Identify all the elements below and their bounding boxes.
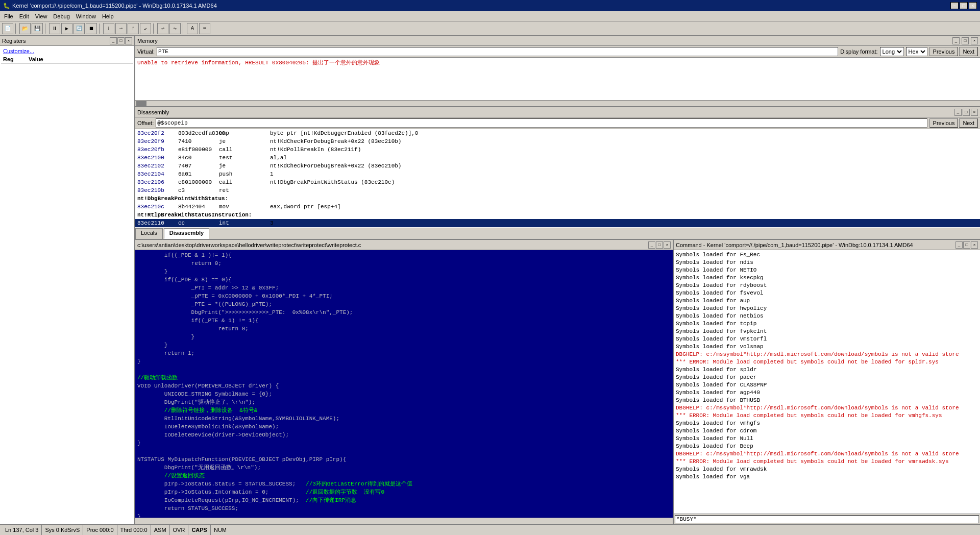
memory-hscroll[interactable] (135, 101, 980, 106)
source-line[interactable]: return 0; (137, 325, 671, 333)
toolbar-stop[interactable]: ⏹ (86, 23, 97, 34)
source-line[interactable]: } (137, 439, 671, 447)
memory-format-select-2[interactable]: Hex (906, 47, 927, 56)
toolbar-step-over[interactable]: → (115, 23, 127, 34)
command-line: Symbols loaded for rdyboost (676, 282, 978, 289)
source-line[interactable]: } (137, 513, 671, 518)
disasm-line[interactable]: 83ec21027407jent!KdCheckForDebugBreak+0x… (135, 162, 980, 170)
source-line[interactable] (137, 366, 671, 374)
disasm-prev-button[interactable]: Previous (929, 118, 959, 128)
toolbar-new[interactable]: 📄 (2, 23, 13, 34)
source-line[interactable]: IoCompleteRequest(pIrp,IO_NO_INCREMENT);… (137, 496, 671, 504)
tab-locals[interactable]: Locals (135, 228, 163, 239)
source-line[interactable]: UNICODE_STRING SymbolName = {0}; (137, 390, 671, 398)
source-line[interactable]: _PTE = *((PULONG)_pPTE); (137, 300, 671, 308)
source-line[interactable]: NTSTATUS MyDispatchFunction(PDEVICE_OBJE… (137, 455, 671, 464)
memory-virtual-input[interactable] (157, 47, 838, 56)
memory-format-select-1[interactable]: Long (880, 47, 904, 56)
toolbar-forward[interactable]: ↪ (169, 23, 181, 34)
command-close[interactable]: × (971, 241, 978, 249)
toolbar-font[interactable]: A (187, 23, 198, 34)
disasm-offset-input[interactable] (156, 118, 927, 128)
source-line[interactable]: _PTI = addr >> 12 & 0x3FF; (137, 284, 671, 292)
menu-edit[interactable]: Edit (16, 12, 32, 20)
source-line[interactable] (137, 447, 671, 455)
source-minimize[interactable]: _ (648, 241, 655, 249)
source-line[interactable]: //驱动卸载函数 (137, 374, 671, 382)
source-line[interactable]: } (137, 357, 671, 366)
source-line[interactable]: IoDeleteDevice(driver->DeviceObject); (137, 431, 671, 439)
menu-help[interactable]: Help (99, 12, 117, 20)
source-line[interactable]: DbgPrint("无用返回函数。\r\n"); (137, 464, 671, 472)
toolbar-restart[interactable]: 🔄 (74, 23, 85, 34)
disasm-line[interactable]: nt!DbgBreakPointWithStatus: (135, 194, 980, 203)
source-line[interactable]: pIrp->IoStatus.Intormation = 0; //返回数据的字… (137, 488, 671, 496)
toolbar-run-to-cursor[interactable]: ↙ (140, 23, 151, 34)
disasm-line[interactable]: 83ec210bc3ret (135, 186, 980, 194)
menu-file[interactable]: File (1, 12, 16, 20)
registers-minimize[interactable]: _ (110, 37, 117, 44)
source-line[interactable]: } (137, 341, 671, 349)
source-line[interactable]: if((_PDE & 8) == 0){ (137, 276, 671, 284)
disasm-maximize[interactable]: □ (963, 109, 970, 116)
disasm-line[interactable]: 83ec20fbe81f000000callnt!KdPollBreakIn (… (135, 145, 980, 154)
disasm-line[interactable]: 83ec210c8b442404moveax,dword ptr [esp+4] (135, 203, 980, 211)
source-line[interactable]: return 1; (137, 349, 671, 357)
disasm-line[interactable]: nt!RtlpBreakWithStatusInstruction: (135, 211, 980, 219)
source-line[interactable]: IoDeleteSymbolicLink(&SymbolName); (137, 423, 671, 431)
memory-close[interactable]: × (971, 37, 978, 44)
menu-window[interactable]: Window (73, 12, 99, 20)
disasm-line[interactable]: 83ec20f97410jent!KdCheckForDebugBreak+0x… (135, 137, 980, 145)
memory-next-button[interactable]: Next (959, 47, 978, 56)
source-line[interactable]: pIrp->IoStatus.Status = STATUS_SUCCESS; … (137, 480, 671, 488)
memory-minimize[interactable]: _ (952, 37, 960, 44)
toolbar-go[interactable]: ▶ (61, 23, 72, 34)
command-title: Command - Kernel 'comport=//./pipe/com_1… (676, 242, 913, 248)
disasm-close[interactable]: × (971, 109, 978, 116)
command-input[interactable] (675, 515, 979, 523)
source-line[interactable]: VOID UnloadDriver(PDRIVER_OBJECT driver)… (137, 382, 671, 390)
minimize-button[interactable]: − (950, 2, 959, 9)
source-line[interactable]: DbgPrint("驱动停止了。\r\n"); (137, 398, 671, 406)
toolbar-open[interactable]: 📂 (19, 23, 31, 34)
source-line[interactable]: } (137, 268, 671, 276)
source-maximize[interactable]: □ (656, 241, 663, 249)
memory-prev-button[interactable]: Previous (929, 47, 959, 56)
disasm-line[interactable]: 83ec210084c0testal,al (135, 154, 980, 162)
source-hscroll[interactable] (135, 518, 673, 524)
command-maximize[interactable]: □ (963, 241, 970, 249)
source-close[interactable]: × (664, 241, 671, 249)
source-line[interactable]: DbgPrint(">>>>>>>>>>>>>_PTE: 0x%08x\r\n"… (137, 308, 671, 317)
toolbar-step-out[interactable]: ↑ (128, 23, 139, 34)
toolbar-back-trace[interactable]: ↩ (157, 23, 168, 34)
toolbar-break[interactable]: ⏸ (49, 23, 60, 34)
source-line[interactable]: _pPTE = 0xC0000000 + 0x1000*_PDI + 4*_PT… (137, 292, 671, 300)
registers-maximize[interactable]: □ (117, 37, 125, 44)
tab-disassembly[interactable]: Disassembly (164, 228, 209, 239)
memory-maximize[interactable]: □ (962, 37, 969, 44)
registers-close[interactable]: × (125, 37, 132, 44)
menu-view[interactable]: View (32, 12, 51, 20)
disasm-line[interactable]: 83ec2106e801000000callnt!DbgBreakPointWi… (135, 178, 980, 186)
customize-link[interactable]: Customize... (1, 47, 133, 55)
source-line[interactable]: return STATUS_SUCCESS; (137, 504, 671, 513)
disasm-minimize[interactable]: _ (954, 109, 962, 116)
disasm-line[interactable]: 83ec21046a01push1 (135, 170, 980, 178)
source-line[interactable]: } (137, 333, 671, 341)
disasm-line[interactable]: 83ec20f2803d2ccdfa8300cmpbyte ptr [nt!Kd… (135, 129, 980, 137)
maximize-button[interactable]: □ (960, 2, 968, 9)
source-line[interactable]: if((_PTE & 1) != 1){ (137, 317, 671, 325)
source-line[interactable]: //删除符号链接，删除设备 &符号& (137, 406, 671, 415)
source-line[interactable]: if((_PDE & 1 )!= 1){ (137, 251, 671, 259)
disasm-line[interactable]: 83ec2110ccint3 (135, 219, 980, 227)
toolbar-step-in[interactable]: ↓ (103, 23, 114, 34)
disasm-next-button[interactable]: Next (959, 118, 978, 128)
source-line[interactable]: RtlInitUnicodeString(&SymbolName,SYMBOLI… (137, 415, 671, 423)
toolbar-save[interactable]: 💾 (32, 23, 43, 34)
command-minimize[interactable]: _ (955, 241, 963, 249)
source-line[interactable]: return 0; (137, 259, 671, 268)
close-button[interactable]: × (969, 2, 977, 9)
menu-debug[interactable]: Debug (50, 12, 72, 20)
source-line[interactable]: //设置返回状态 (137, 472, 671, 480)
toolbar-source[interactable]: ⌨ (199, 23, 210, 34)
